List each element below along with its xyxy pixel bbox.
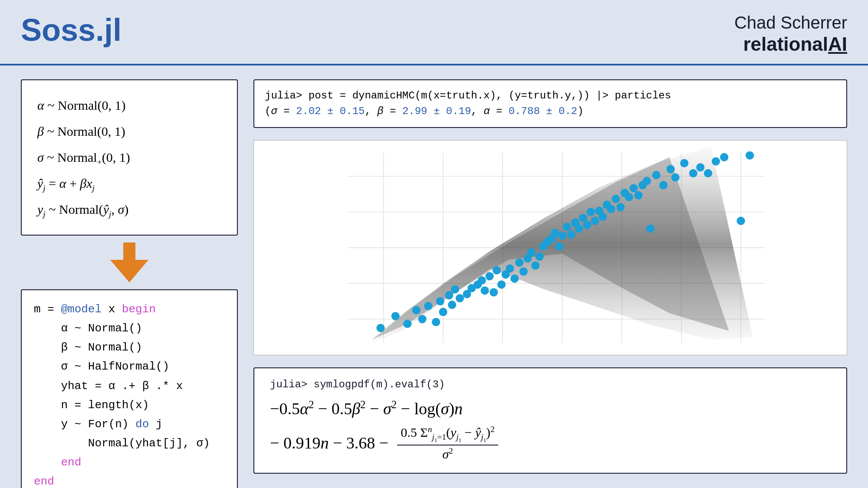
svg-point-31 <box>485 272 493 280</box>
eq-sigma: σ ~ Normal+(0, 1) <box>37 144 221 170</box>
left-column: α ~ Normal(0, 1) β ~ Normal(0, 1) σ ~ No… <box>21 79 238 474</box>
company-underline: AI <box>828 33 847 55</box>
svg-point-74 <box>671 173 680 181</box>
kw-end-inner: end <box>61 456 81 469</box>
svg-point-59 <box>598 213 607 221</box>
svg-point-56 <box>587 208 595 216</box>
julia-line1: julia> post = dynamicHMC(m(x=truth.x), (… <box>265 88 836 104</box>
svg-point-55 <box>583 221 591 229</box>
svg-point-79 <box>712 157 720 165</box>
svg-point-48 <box>555 242 563 250</box>
svg-point-49 <box>558 232 566 240</box>
code-box: m = @model x begin α ~ Normal() β ~ Norm… <box>21 289 238 488</box>
down-arrow <box>110 242 148 282</box>
eq-y: yj ~ Normal(ŷj, σ) <box>37 197 221 223</box>
svg-point-47 <box>551 229 559 237</box>
svg-point-20 <box>436 297 444 305</box>
svg-point-80 <box>720 153 728 161</box>
fraction-denominator: σ2 <box>439 445 457 462</box>
svg-point-62 <box>612 195 620 203</box>
svg-point-29 <box>478 276 486 285</box>
svg-point-32 <box>490 288 498 296</box>
svg-point-73 <box>667 165 675 173</box>
code-line-5: yhat = α .+ β .* x <box>34 377 225 396</box>
svg-point-19 <box>432 318 440 326</box>
fraction-numerator: 0.5 Σnj1=1(yj1 − ŷj1)2 <box>397 424 498 445</box>
svg-point-17 <box>418 315 426 323</box>
main-content: α ~ Normal(0, 1) β ~ Normal(0, 1) σ ~ No… <box>0 66 868 484</box>
julia-line2: (σ = 2.02 ± 0.15, β = 2.99 ± 0.19, α = 0… <box>265 104 836 119</box>
svg-point-21 <box>439 308 447 316</box>
eq-alpha: α ~ Normal(0, 1) <box>37 92 221 118</box>
code-line-6: n = length(x) <box>34 396 225 415</box>
svg-point-77 <box>696 163 704 171</box>
formula-line2: − 0.919n − 3.68 − 0.5 Σnj1=1(yj1 − ŷj1)2… <box>270 424 831 462</box>
svg-point-15 <box>403 320 411 328</box>
arrow-container <box>21 249 238 275</box>
svg-point-75 <box>680 159 688 167</box>
svg-point-41 <box>527 248 535 256</box>
right-column: julia> post = dynamicHMC(m(x=truth.x), (… <box>253 79 847 474</box>
svg-point-30 <box>480 286 489 295</box>
svg-point-78 <box>704 169 712 177</box>
svg-point-43 <box>536 252 544 261</box>
scatter-svg <box>254 141 847 355</box>
svg-point-24 <box>451 285 459 293</box>
kw-do: do <box>135 418 149 431</box>
code-line-2: α ~ Normal() <box>34 319 225 338</box>
eq-yhat: ŷj = α + βxj <box>37 170 221 197</box>
code-line-7: y ~ For(n) do j <box>34 415 225 434</box>
svg-point-33 <box>493 266 501 274</box>
fraction: 0.5 Σnj1=1(yj1 − ŷj1)2 σ2 <box>397 424 498 462</box>
arrow-head <box>110 260 148 282</box>
svg-point-14 <box>391 312 400 320</box>
scatter-plot <box>253 140 847 355</box>
alpha-value: 0.788 ± 0.2 <box>509 105 577 117</box>
julia-cmd-box: julia> post = dynamicHMC(m(x=truth.x), (… <box>253 79 847 128</box>
kw-model: @model <box>61 303 102 316</box>
svg-point-50 <box>563 223 571 231</box>
svg-point-63 <box>616 203 625 211</box>
svg-point-25 <box>456 294 464 302</box>
author-company: relationalAI <box>734 33 847 56</box>
svg-point-72 <box>659 181 667 189</box>
author-name: Chad Scherrer <box>734 12 847 33</box>
logo: Soss.jl <box>21 12 122 48</box>
eq-beta: β ~ Normal(0, 1) <box>37 118 221 144</box>
svg-point-22 <box>445 291 453 299</box>
code-line-10: end <box>34 472 225 488</box>
svg-point-66 <box>629 184 638 192</box>
svg-point-54 <box>579 214 587 222</box>
svg-point-13 <box>376 324 385 332</box>
svg-point-16 <box>412 306 421 314</box>
formula-cmd: julia> symlogpdf(m).evalf(3) <box>270 379 831 390</box>
code-line-1: m = @model x begin <box>34 300 225 319</box>
svg-point-61 <box>607 205 615 213</box>
svg-point-57 <box>591 216 599 225</box>
kw-end-outer: end <box>34 475 54 488</box>
code-line-9: end <box>34 453 225 472</box>
model-equations-box: α ~ Normal(0, 1) β ~ Normal(0, 1) σ ~ No… <box>21 79 238 236</box>
code-line-4: σ ~ HalfNormal() <box>34 357 225 376</box>
svg-point-69 <box>643 177 651 185</box>
formula-prefix: − 0.919n − 3.68 − <box>270 433 388 452</box>
svg-point-81 <box>736 216 745 225</box>
author-block: Chad Scherrer relationalAI <box>734 12 847 56</box>
arrow-shaft <box>123 242 135 260</box>
code-line-3: β ~ Normal() <box>34 338 225 357</box>
svg-point-71 <box>652 171 661 179</box>
svg-point-53 <box>575 224 583 233</box>
svg-point-51 <box>567 230 575 239</box>
svg-point-34 <box>497 280 506 288</box>
kw-begin: begin <box>122 303 156 316</box>
svg-point-65 <box>625 193 633 201</box>
svg-point-82 <box>746 151 754 159</box>
formula-box: julia> symlogpdf(m).evalf(3) −0.5α2 − 0.… <box>253 367 847 474</box>
svg-point-70 <box>646 224 654 233</box>
header: Soss.jl Chad Scherrer relationalAI <box>0 0 868 56</box>
svg-point-39 <box>519 267 528 275</box>
beta-value: 2.99 ± 0.19 <box>402 105 471 117</box>
svg-point-18 <box>424 302 432 310</box>
svg-point-67 <box>634 191 642 199</box>
formula-line1: −0.5α2 − 0.5β2 − σ2 − log(σ)n <box>270 397 831 420</box>
